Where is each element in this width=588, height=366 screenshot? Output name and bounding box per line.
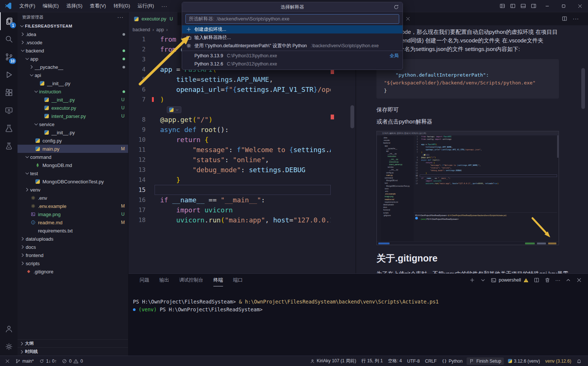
python-inline-widget[interactable] — [167, 106, 181, 113]
toggle-primary-sidebar-icon[interactable] — [508, 0, 518, 12]
tree-item[interactable]: config.py — [18, 137, 128, 145]
code-line[interactable]: 10 return { — [414, 161, 557, 164]
new-terminal-icon[interactable] — [469, 277, 475, 283]
code-line[interactable]: 8@app.get("/") — [414, 156, 557, 159]
python-inline-widget[interactable] — [423, 154, 429, 156]
code-line[interactable]: 16if __name__ == "__main__": — [414, 177, 557, 180]
code-line[interactable]: 3 — [414, 141, 557, 143]
tree-item[interactable]: frontend — [18, 251, 128, 259]
cursor-position[interactable]: 行 15, 列 1 — [359, 356, 385, 366]
code-line[interactable]: 15 — [128, 185, 356, 195]
tree-item[interactable]: requirements.txt — [18, 227, 128, 235]
close-window-button[interactable] — [572, 0, 588, 12]
branch-status[interactable]: main* — [13, 356, 36, 366]
python-env[interactable]: venv (3.12.6) — [543, 356, 574, 366]
terminal-instance-powershell[interactable]: powershell — [491, 277, 529, 283]
tree-item[interactable]: command — [18, 153, 128, 161]
outline-section[interactable]: 大纲 — [18, 339, 128, 347]
tree-item[interactable]: service — [18, 120, 128, 128]
quickpick-item[interactable]: 使用 \"python.defaultInterpreterPath\" 设置中… — [182, 42, 403, 50]
blame-status[interactable]: KiriAky 107 (1 周前) — [307, 356, 359, 366]
remote-indicator[interactable] — [2, 356, 13, 366]
activity-item-remote-explorer[interactable] — [0, 102, 18, 119]
menu-item[interactable]: 运行(R) — [134, 0, 158, 12]
code-line[interactable]: 11 "message": f"Welcome to {settings.APP… — [128, 145, 356, 155]
tree-item[interactable]: main.pyM — [18, 145, 128, 153]
code-line[interactable]: 13 "debug_mode": settings.DEBUG — [128, 165, 356, 175]
tree-item[interactable]: test — [18, 169, 128, 177]
activity-item-run-debug[interactable] — [0, 66, 18, 84]
quickpick-item[interactable]: Python 3.12.6C:\Python312\python.exe — [182, 60, 403, 68]
code-line[interactable]: 12 "status": "online", — [414, 167, 557, 169]
code-line[interactable]: 18 uvicorn.run("main:app", host="127.0.0… — [128, 215, 356, 225]
tree-item[interactable]: MongoDBConnectionTest.py — [18, 177, 128, 186]
finish-setup[interactable]: Finish Setup — [467, 357, 504, 365]
menu-overflow[interactable]: ··· — [158, 3, 171, 9]
panel-tab-问题[interactable]: 问题 — [140, 274, 149, 286]
menu-item[interactable]: 转到(G) — [110, 0, 134, 12]
code-line[interactable]: 4app = FastAPI( — [414, 143, 557, 146]
terminal[interactable]: PS H:\OwnProject\FilesReadSysteam> & h:\… — [128, 286, 588, 314]
quickpick-item-action[interactable]: 全局 — [390, 53, 399, 59]
menu-item[interactable]: 选择(S) — [63, 0, 86, 12]
breadcrumb-item[interactable]: app — [155, 27, 165, 32]
tree-item[interactable]: venv — [18, 186, 128, 194]
tree-item[interactable]: readme.mdM — [18, 218, 128, 227]
menu-item[interactable]: 文件(F) — [16, 0, 39, 12]
code-line[interactable]: 12 "status": "online", — [128, 155, 356, 165]
menu-item[interactable]: 编辑(E) — [39, 0, 63, 12]
problems-status[interactable]: 00 — [59, 356, 85, 366]
tree-item[interactable]: __pycache__ — [18, 63, 128, 71]
indentation[interactable]: 空格: 4 — [385, 356, 404, 366]
code-line[interactable]: 13 "debug_mode": settings.DEBUG — [414, 169, 557, 172]
tree-item[interactable]: __init__.pyU — [18, 96, 128, 104]
breadcrumb-item[interactable]: backend — [132, 27, 151, 32]
tree-item[interactable]: scripts — [18, 259, 128, 267]
maximize-button[interactable] — [555, 0, 572, 12]
tree-item[interactable]: .gitignore — [18, 267, 128, 276]
panel-tab-输出[interactable]: 输出 — [159, 274, 169, 286]
tree-item[interactable]: .idea — [18, 30, 128, 38]
minimize-button[interactable] — [539, 0, 555, 12]
code-line[interactable]: 6 openapi_url=f"{settings.API_V1_STR}/op… — [414, 148, 557, 151]
code-line[interactable]: 8@app.get("/") — [128, 115, 356, 125]
quickpick-item[interactable]: Python 3.13.9C:\Python313\python.exe全局 — [182, 52, 403, 60]
code-line[interactable]: 6 openapi_url=f"{settings.API_V1_STR}/op… — [128, 84, 356, 94]
activity-item-explorer[interactable]: 1 — [0, 12, 18, 30]
encoding[interactable]: UTF-8 — [404, 356, 422, 366]
interpreter-input[interactable] — [185, 14, 399, 24]
language-mode[interactable]: {}Python — [439, 356, 465, 366]
maximize-panel-icon[interactable] — [565, 277, 571, 283]
panel-tab-端口[interactable]: 端口 — [233, 274, 243, 286]
workspace-root-row[interactable]: FILESREADSYSTEAM — [18, 22, 128, 30]
timeline-section[interactable]: 时间线 — [18, 347, 128, 356]
python-interpreter[interactable]: 3.12.6 (venv) — [505, 356, 543, 366]
code-line[interactable]: 1from fastapi import FastAPI — [414, 135, 557, 138]
account-button[interactable] — [0, 320, 18, 338]
tree-item[interactable]: instruction — [18, 87, 128, 96]
tab-executor-py[interactable]: executor.py U — [128, 12, 178, 25]
tree-item[interactable]: __init__.py — [18, 79, 128, 87]
customize-layout-icon[interactable] — [497, 0, 508, 12]
tree-item[interactable]: api — [18, 71, 128, 79]
toggle-panel-icon[interactable] — [518, 0, 528, 12]
code-line[interactable]: 17 import uvicorn — [128, 205, 356, 215]
code-line[interactable]: 16if __name__ == "__main__": — [128, 195, 356, 205]
split-terminal-icon[interactable] — [534, 277, 540, 283]
activity-item-extensions[interactable] — [0, 84, 18, 102]
terminal-profile-dropdown-icon[interactable] — [480, 277, 486, 283]
code-line[interactable]: 2from config import settings — [414, 138, 557, 141]
quickpick-item[interactable]: 创建虚拟环境... — [182, 25, 403, 33]
code-line[interactable]: 9async def root(): — [414, 159, 557, 161]
explorer-more-actions[interactable]: ··· — [117, 14, 124, 20]
tree-item[interactable]: intent_parser.pyU — [18, 112, 128, 120]
settings-button[interactable] — [0, 338, 18, 356]
code-line[interactable]: 18 uvicorn.run("main:app", host="127.0.0… — [414, 182, 557, 185]
tree-item[interactable]: docs — [18, 243, 128, 251]
code-line[interactable]: 9async def root(): — [128, 125, 356, 135]
tree-item[interactable]: executor.pyU — [18, 104, 128, 112]
close-panel-icon[interactable] — [576, 277, 582, 283]
activity-item-testing[interactable] — [0, 119, 18, 137]
tree-item[interactable]: backend — [18, 46, 128, 55]
tree-item[interactable]: __init__.py — [18, 128, 128, 137]
